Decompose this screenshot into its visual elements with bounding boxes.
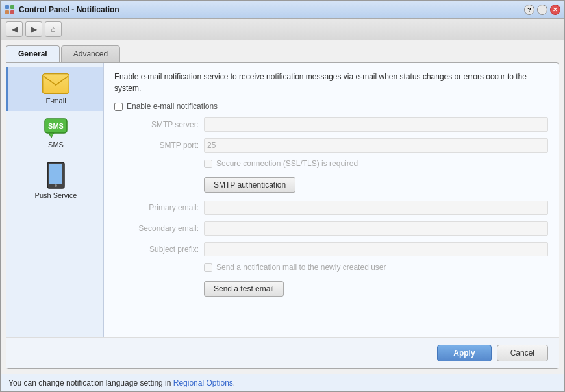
sidebar-item-push[interactable]: Push Service — [6, 155, 103, 206]
sidebar-item-email[interactable]: E-mail — [6, 67, 103, 111]
tabs-bar: General Advanced — [6, 45, 559, 62]
titlebar: Control Panel - Notification ? – ✕ — [1, 1, 564, 19]
description-text: Enable e-mail notification service to re… — [114, 71, 548, 94]
primary-email-row: Primary email: — [114, 201, 548, 215]
svg-rect-6 — [43, 74, 69, 93]
subject-prefix-input[interactable] — [204, 242, 548, 256]
help-button[interactable]: ? — [524, 5, 534, 15]
window-title: Control Panel - Notification — [19, 5, 119, 14]
secure-connection-checkbox[interactable] — [204, 160, 212, 168]
svg-rect-2 — [5, 10, 9, 14]
smtp-server-label: SMTP server: — [114, 120, 199, 129]
secondary-email-input[interactable] — [204, 221, 548, 236]
regional-options-link[interactable]: Regional Options — [173, 378, 233, 387]
sidebar-item-sms-label: SMS — [48, 141, 64, 149]
enable-checkbox-row: Enable e-mail notifications — [114, 102, 548, 111]
tab-general[interactable]: General — [6, 45, 60, 62]
primary-email-label: Primary email: — [114, 203, 199, 212]
secondary-email-label: Secondary email: — [114, 224, 199, 233]
main-panel: E-mail SMS SMS — [6, 62, 559, 369]
send-notify-checkbox[interactable] — [204, 263, 212, 272]
enable-email-label: Enable e-mail notifications — [127, 102, 218, 111]
secure-connection-label: Secure connection (SSL/TLS) is required — [216, 159, 358, 168]
subject-prefix-row: Subject prefix: — [114, 242, 548, 256]
svg-rect-3 — [10, 10, 14, 14]
cancel-button[interactable]: Cancel — [497, 345, 548, 361]
svg-marker-9 — [49, 133, 54, 138]
footer-text-after: . — [233, 378, 235, 387]
svg-rect-1 — [10, 5, 14, 9]
svg-point-12 — [55, 184, 57, 187]
smtp-port-label: SMTP port: — [114, 141, 199, 150]
push-service-icon — [45, 162, 66, 189]
close-button[interactable]: ✕ — [550, 5, 560, 15]
sidebar-item-sms[interactable]: SMS SMS — [6, 111, 103, 155]
smtp-port-input[interactable] — [204, 138, 548, 153]
sidebar-item-push-label: Push Service — [35, 191, 77, 199]
sidebar-item-email-label: E-mail — [45, 97, 66, 104]
forward-button[interactable]: ▶ — [25, 21, 42, 37]
form-area: Enable e-mail notification service to re… — [104, 63, 559, 337]
svg-rect-0 — [5, 5, 9, 9]
titlebar-controls: ? – ✕ — [524, 5, 560, 15]
footer-text-before: You can change notification language set… — [8, 378, 173, 387]
send-test-email-button[interactable]: Send a test email — [204, 281, 284, 297]
sidebar: E-mail SMS SMS — [6, 63, 104, 337]
back-button[interactable]: ◀ — [6, 21, 23, 37]
bottom-buttons: Apply Cancel — [6, 337, 559, 368]
titlebar-left: Control Panel - Notification — [5, 5, 119, 15]
panel-body: E-mail SMS SMS — [6, 63, 559, 337]
content-area: General Advanced — [1, 40, 564, 374]
svg-text:SMS: SMS — [48, 122, 64, 130]
subject-prefix-label: Subject prefix: — [114, 245, 199, 254]
smtp-auth-button[interactable]: SMTP authentication — [204, 177, 295, 193]
send-notify-row: Send a notification mail to the newly cr… — [204, 263, 548, 272]
smtp-port-row: SMTP port: — [114, 138, 548, 153]
smtp-server-row: SMTP server: — [114, 117, 548, 132]
footer-bar: You can change notification language set… — [1, 374, 564, 391]
tab-advanced[interactable]: Advanced — [61, 45, 120, 62]
secondary-email-row: Secondary email: — [114, 221, 548, 236]
sms-icon: SMS — [42, 117, 69, 138]
send-notify-label: Send a notification mail to the newly cr… — [216, 263, 386, 272]
main-window: Control Panel - Notification ? – ✕ ◀ ▶ ⌂… — [0, 0, 565, 392]
minimize-button[interactable]: – — [537, 5, 547, 15]
app-icon — [5, 5, 15, 15]
apply-button[interactable]: Apply — [437, 345, 491, 361]
home-button[interactable]: ⌂ — [45, 21, 62, 37]
secure-conn-row: Secure connection (SSL/TLS) is required — [204, 159, 548, 168]
email-icon — [42, 73, 69, 94]
svg-rect-11 — [49, 164, 62, 184]
enable-email-checkbox[interactable] — [114, 103, 123, 111]
primary-email-input[interactable] — [204, 201, 548, 215]
toolbar: ◀ ▶ ⌂ — [1, 19, 564, 40]
smtp-server-input[interactable] — [204, 117, 548, 132]
